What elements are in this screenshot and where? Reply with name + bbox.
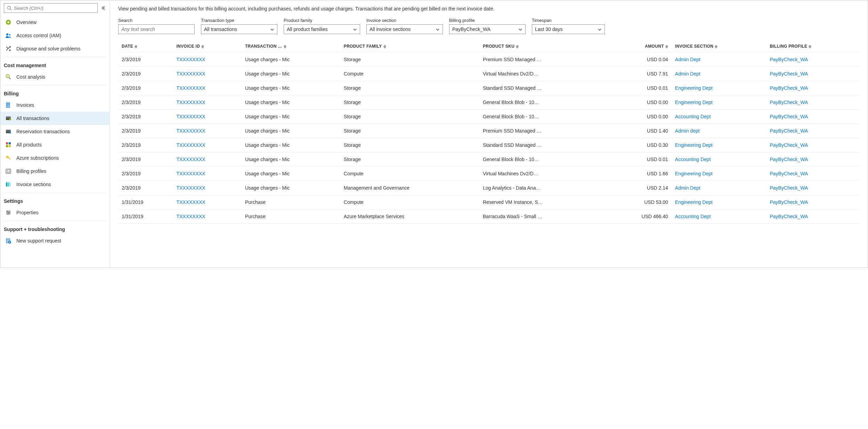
filter-product-family-select[interactable]: All product families	[284, 24, 360, 34]
table-row: 2/3/2019TXXXXXXXXUsage charges - MicMana…	[118, 181, 859, 195]
cell-invoice-section[interactable]: Admin dept	[672, 124, 766, 138]
sidebar-search-input[interactable]	[4, 3, 98, 13]
cell-invoice-id[interactable]: TXXXXXXXX	[173, 53, 242, 67]
cell-invoice-id[interactable]: TXXXXXXXX	[173, 138, 242, 152]
sidebar-item-diagnose[interactable]: Diagnose and solve problems	[0, 42, 109, 55]
filter-search-input[interactable]	[118, 24, 195, 34]
iam-icon	[5, 32, 11, 39]
cell-invoice-section[interactable]: Engineering Dept	[672, 138, 766, 152]
cell-invoice-id[interactable]: TXXXXXXXX	[173, 167, 242, 181]
column-header[interactable]: PRODUCT FAMILY	[340, 40, 479, 53]
sidebar-item-all-transactions[interactable]: All transactions	[0, 112, 109, 125]
cell-billing-profile[interactable]: PayByCheck_WA	[766, 53, 859, 67]
filter-invoice-section-select[interactable]: All invoice sections	[366, 24, 443, 34]
cell-invoice-id[interactable]: TXXXXXXXX	[173, 195, 242, 209]
cell-billing-profile[interactable]: PayByCheck_WA	[766, 95, 859, 110]
column-header[interactable]: TRANSACTION …	[242, 40, 340, 53]
svg-rect-15	[6, 117, 11, 118]
cell-transaction: Usage charges - Mic	[242, 152, 340, 167]
chevron-down-icon	[598, 27, 602, 31]
sidebar-item-invoice-sections[interactable]: Invoice sections	[0, 178, 109, 191]
cell-billing-profile[interactable]: PayByCheck_WA	[766, 138, 859, 152]
cell-date: 2/3/2019	[118, 110, 173, 124]
sidebar-search-field[interactable]	[14, 6, 95, 11]
sidebar-item-billing-profiles[interactable]: Billing profiles	[0, 165, 109, 178]
cell-billing-profile[interactable]: PayByCheck_WA	[766, 110, 859, 124]
collapse-sidebar-button[interactable]	[100, 5, 106, 11]
sidebar-item-properties[interactable]: Properties	[0, 206, 109, 219]
column-header[interactable]: PRODUCT SKU	[479, 40, 608, 53]
cell-billing-profile[interactable]: PayByCheck_WA	[766, 81, 859, 95]
key-icon	[5, 155, 11, 161]
cell-billing-profile[interactable]: PayByCheck_WA	[766, 209, 859, 224]
filter-search-field[interactable]	[121, 26, 192, 32]
filter-invoice-section-label: Invoice section	[366, 18, 443, 23]
svg-marker-54	[665, 47, 668, 48]
filter-transaction-type-select[interactable]: All transactions	[201, 24, 277, 34]
cell-invoice-id[interactable]: TXXXXXXXX	[173, 95, 242, 110]
cell-transaction: Usage charges - Mic	[242, 81, 340, 95]
sidebar-item-support[interactable]: New support request	[0, 234, 109, 247]
cell-invoice-id[interactable]: TXXXXXXXX	[173, 209, 242, 224]
cell-product-family: Azure Marketplace Services	[340, 209, 479, 224]
cell-billing-profile[interactable]: PayByCheck_WA	[766, 124, 859, 138]
cell-invoice-section[interactable]: Engineering Dept	[672, 95, 766, 110]
cell-billing-profile[interactable]: PayByCheck_WA	[766, 67, 859, 81]
cell-billing-profile[interactable]: PayByCheck_WA	[766, 181, 859, 195]
cell-invoice-section[interactable]: Accounting Dept	[672, 209, 766, 224]
svg-point-0	[8, 6, 11, 9]
cell-billing-profile[interactable]: PayByCheck_WA	[766, 195, 859, 209]
cell-invoice-section[interactable]: Admin Dept	[672, 53, 766, 67]
sidebar-item-iam[interactable]: Access control (IAM)	[0, 29, 109, 42]
cell-invoice-section[interactable]: Accounting Dept	[672, 152, 766, 167]
cell-invoice-id[interactable]: TXXXXXXXX	[173, 81, 242, 95]
filter-billing-profile-value: PayByCheck_WA	[452, 26, 490, 32]
invoice-sections-icon	[5, 181, 11, 188]
svg-point-6	[9, 50, 11, 51]
cell-invoice-id[interactable]: TXXXXXXXX	[173, 124, 242, 138]
column-header[interactable]: INVOICE SECTION	[672, 40, 766, 53]
cell-amount: USD 466.40	[608, 209, 672, 224]
cell-date: 2/3/2019	[118, 67, 173, 81]
cell-billing-profile[interactable]: PayByCheck_WA	[766, 152, 859, 167]
cell-invoice-id[interactable]: TXXXXXXXX	[173, 67, 242, 81]
cell-billing-profile[interactable]: PayByCheck_WA	[766, 167, 859, 181]
filter-timespan-select[interactable]: Last 30 days	[532, 24, 605, 34]
column-header[interactable]: INVOICE ID	[173, 40, 242, 53]
cell-invoice-id[interactable]: TXXXXXXXX	[173, 181, 242, 195]
svg-marker-58	[809, 47, 811, 48]
column-header[interactable]: BILLING PROFILE	[766, 40, 859, 53]
sidebar-item-products[interactable]: All products	[0, 138, 109, 151]
cell-date: 1/31/2019	[118, 209, 173, 224]
cell-amount: USD 0.00	[608, 110, 672, 124]
column-header[interactable]: AMOUNT	[608, 40, 672, 53]
svg-point-39	[9, 212, 10, 213]
cell-product-family: Compute	[340, 195, 479, 209]
filter-search: Search	[118, 18, 195, 34]
cell-invoice-id[interactable]: TXXXXXXXX	[173, 110, 242, 124]
cell-invoice-section[interactable]: Engineering Dept	[672, 81, 766, 95]
section-header: Support + troubleshooting	[0, 222, 109, 234]
sidebar-item-cost-analysis[interactable]: $Cost analysis	[0, 70, 109, 84]
cell-product-family: Compute	[340, 67, 479, 81]
table-row: 2/3/2019TXXXXXXXXUsage charges - MicStor…	[118, 53, 859, 67]
cell-invoice-section[interactable]: Admin Dept	[672, 181, 766, 195]
cell-invoice-section[interactable]: Accounting Dept	[672, 110, 766, 124]
sidebar-item-invoices[interactable]: Invoices	[0, 98, 109, 112]
cell-product-family: Storage	[340, 95, 479, 110]
cell-invoice-section[interactable]: Admin Dept	[672, 67, 766, 81]
sidebar-item-reservation[interactable]: Reservation transactions	[0, 125, 109, 138]
cell-product-family: Management and Governance	[340, 181, 479, 195]
cell-invoice-section[interactable]: Engineering Dept	[672, 167, 766, 181]
filter-search-label: Search	[118, 18, 195, 23]
svg-line-9	[9, 78, 10, 79]
transactions-table-wrap[interactable]: DATEINVOICE IDTRANSACTION …PRODUCT FAMIL…	[118, 40, 859, 268]
table-row: 2/3/2019TXXXXXXXXUsage charges - MicStor…	[118, 110, 859, 124]
cell-amount: USD 1.66	[608, 167, 672, 181]
column-header[interactable]: DATE	[118, 40, 173, 53]
cell-invoice-id[interactable]: TXXXXXXXX	[173, 152, 242, 167]
cell-invoice-section[interactable]: Engineering Dept	[672, 195, 766, 209]
sidebar-item-key[interactable]: Azure subscriptions	[0, 151, 109, 165]
sidebar-item-overview[interactable]: Overview	[0, 16, 109, 29]
filter-billing-profile-select[interactable]: PayByCheck_WA	[449, 24, 526, 34]
